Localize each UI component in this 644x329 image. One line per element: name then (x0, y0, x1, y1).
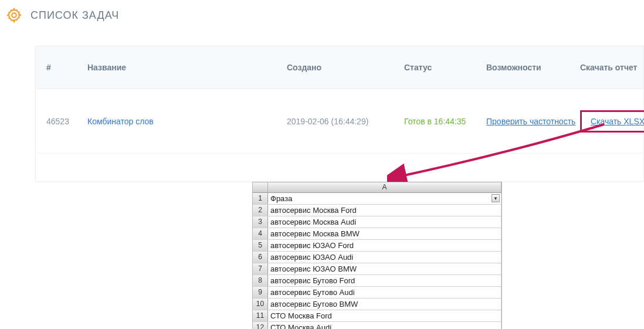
row-number[interactable]: 5 (253, 240, 268, 251)
task-name-link[interactable]: Комбинатор слов (87, 117, 287, 126)
cell[interactable]: СТО Москва Ford (268, 310, 501, 321)
col-name: Название (87, 63, 287, 72)
row-number[interactable]: 3 (253, 216, 268, 228)
cell[interactable]: автосервис Бутово Audi (268, 287, 501, 298)
page-title: СПИСОК ЗАДАЧ (30, 9, 119, 22)
spreadsheet-row: 10 автосервис Бутово BMW (253, 299, 501, 310)
check-frequency-link[interactable]: Проверить частотность (486, 117, 575, 126)
gear-icon (6, 7, 22, 23)
cell[interactable]: автосервис Москва Audi (268, 216, 501, 228)
row-number[interactable]: 7 (253, 263, 268, 274)
task-status: Готов в 16:44:35 (404, 117, 486, 126)
row-number[interactable]: 2 (253, 205, 268, 216)
cell[interactable]: автосервис Бутово BMW (268, 299, 501, 310)
spreadsheet-row: 3 автосервис Москва Audi (253, 216, 501, 228)
table-header-row: # Название Создано Статус Возможности Ск… (36, 46, 643, 89)
cell[interactable]: автосервис ЮЗАО BMW (268, 263, 501, 274)
svg-point-0 (12, 13, 16, 17)
table-row: 46523 Комбинатор слов 2019-02-06 (16:44:… (36, 89, 643, 153)
cell-A1-text: Фраза (270, 194, 292, 203)
row-number[interactable]: 8 (253, 275, 268, 286)
col-id: # (46, 63, 87, 72)
spreadsheet-row: 1 Фраза ▼ (253, 193, 501, 205)
col-actions: Возможности (486, 63, 580, 72)
col-status: Статус (404, 63, 486, 72)
row-number[interactable]: 1 (253, 193, 268, 204)
spreadsheet-row: 8 автосервис Бутово Ford (253, 275, 501, 287)
cell[interactable]: СТО Москва Audi (268, 322, 501, 329)
col-created: Создано (287, 63, 404, 72)
page-header: СПИСОК ЗАДАЧ (0, 0, 644, 29)
spreadsheet-row: 6 автосервис ЮЗАО Audi (253, 252, 501, 263)
spreadsheet-col-header: A (253, 182, 501, 193)
col-A-header[interactable]: A (268, 182, 501, 192)
filter-dropdown-icon[interactable]: ▼ (492, 194, 500, 202)
task-created: 2019-02-06 (16:44:29) (287, 117, 404, 126)
spreadsheet-row: 7 автосервис ЮЗАО BMW (253, 263, 501, 275)
task-table-card: # Название Создано Статус Возможности Ск… (35, 46, 644, 182)
card-footer-pad (36, 153, 643, 181)
spreadsheet-row: 4 автосервис Москва BMW (253, 228, 501, 240)
row-number[interactable]: 11 (253, 310, 268, 321)
spreadsheet-row: 5 автосервис ЮЗАО Ford (253, 240, 501, 252)
cell[interactable]: автосервис ЮЗАО Audi (268, 252, 501, 263)
col-download: Скачать отчет (580, 63, 644, 72)
spreadsheet-row: 11 СТО Москва Ford (253, 310, 501, 322)
cell[interactable]: автосервис Бутово Ford (268, 275, 501, 286)
row-number[interactable]: 10 (253, 299, 268, 310)
row-number[interactable]: 4 (253, 228, 268, 239)
row-number[interactable]: 9 (253, 287, 268, 298)
row-number[interactable]: 6 (253, 252, 268, 263)
xlsx-preview: A 1 Фраза ▼ 2 автосервис Москва Ford 3 а… (252, 182, 502, 329)
spreadsheet-row: 9 автосервис Бутово Audi (253, 287, 501, 299)
cell[interactable]: автосервис Москва BMW (268, 228, 501, 239)
spreadsheet-corner[interactable] (253, 182, 268, 192)
spreadsheet-row: 2 автосервис Москва Ford (253, 205, 501, 216)
row-number[interactable]: 12 (253, 322, 268, 329)
task-id: 46523 (46, 117, 87, 126)
cell[interactable]: автосервис ЮЗАО Ford (268, 240, 501, 251)
spreadsheet-row: 12 СТО Москва Audi (253, 322, 501, 329)
download-xlsx-link[interactable]: Скачать XLSX (591, 117, 644, 126)
cell-A1[interactable]: Фраза ▼ (268, 193, 501, 204)
cell[interactable]: автосервис Москва Ford (268, 205, 501, 216)
download-highlight-box: Скачать XLSX (580, 110, 644, 133)
